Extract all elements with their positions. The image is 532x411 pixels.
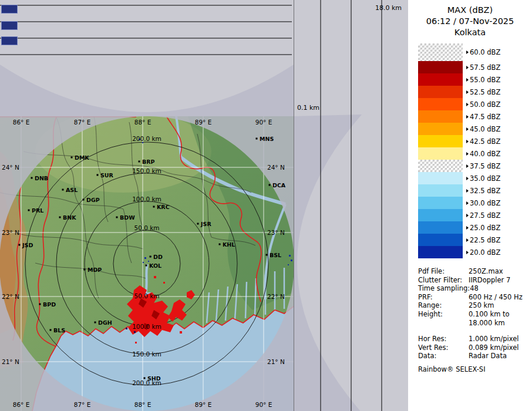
dbz-band-row: 47.5 dBZ (418, 110, 500, 123)
dbz-band-label: 30.0 dBZ (466, 199, 500, 207)
tick-arrow-icon (466, 164, 469, 168)
city-label: DGP (86, 197, 100, 203)
height-axis-max-label: 18.0 km (375, 4, 402, 12)
info-row: Vert Res:0.089 km/pixel (418, 343, 523, 352)
dbz-band-row: 27.5 dBZ (418, 209, 500, 221)
lon-label-bottom: 89° E (195, 401, 212, 408)
lat-label-left: 22° N (2, 293, 19, 300)
city-marker-dot (59, 217, 61, 218)
dbz-band-row: 40.0 dBZ (418, 147, 500, 160)
info-label: Height: (418, 310, 469, 319)
height-gridlines (321, 0, 382, 411)
tick-arrow-icon (466, 78, 469, 82)
dbz-band-row: 57.5 dBZ (418, 61, 500, 73)
dbz-band-row: 20.0 dBZ (418, 246, 500, 258)
dbz-band-swatch (418, 110, 463, 123)
lat-label-left: 21° N (2, 358, 19, 365)
dbz-band-row: 42.5 dBZ (418, 135, 500, 147)
info-value: 600 Hz / 450 Hz (469, 293, 523, 302)
city-label: PRL (32, 207, 43, 214)
info-label (418, 319, 469, 328)
lat-label-right: 23° N (267, 229, 285, 236)
lon-label-bottom: 87° E (74, 401, 91, 408)
tick-arrow-icon (466, 140, 469, 143)
dbz-band-swatch (418, 98, 463, 110)
tick-arrow-icon (466, 115, 469, 119)
range-ring-label: 200.0 km (132, 135, 161, 142)
info-value: 18.000 km (469, 319, 505, 328)
city-label: BRP (142, 159, 155, 165)
dbz-band-swatch (418, 160, 463, 172)
city-label: JSR (200, 221, 211, 227)
tick-arrow-icon (466, 226, 469, 230)
software-brand: Rainbow® SELEX-SI (418, 365, 486, 373)
dbz-band-row: 30.0 dBZ (418, 197, 500, 209)
height-axis-min-label: 0.1 km (297, 104, 319, 112)
dbz-band-row: 50.0 dBZ (418, 98, 500, 110)
info-value: 250 km (469, 301, 494, 310)
dbz-band-swatch (418, 61, 463, 73)
city-marker-dot (266, 254, 268, 256)
dbz-band-swatch (418, 234, 463, 246)
radar-map-canvas: 86° E87° E88° E89° E90° E 86° E87° E88° … (0, 116, 294, 411)
dbz-band-label: 45.0 dBZ (466, 125, 500, 133)
radar-map[interactable]: 86° E87° E88° E89° E90° E 86° E87° E88° … (0, 116, 294, 411)
info-value: 250Z.max (469, 267, 503, 276)
city-label: MDP (87, 267, 102, 273)
city-marker-dot (197, 223, 199, 225)
range-ring-label: 150.0 km (132, 167, 161, 174)
info-row: PRF:600 Hz / 450 Hz (418, 293, 523, 302)
city-label: DD (153, 254, 163, 260)
dbz-band-row: 45.0 dBZ (418, 123, 500, 135)
range-ring-label: 150.0 km (132, 351, 161, 358)
dbz-band-row: 60.0 dBZ (418, 43, 500, 61)
dbz-band-swatch (418, 135, 463, 147)
city-marker-dot (95, 322, 96, 324)
info-label: PRF: (418, 293, 469, 302)
dbz-band-swatch (418, 221, 463, 234)
tick-arrow-icon (466, 127, 469, 131)
rainbow-max-display: 18.0 km 0.1 km (0, 0, 532, 411)
dbz-band-label: 55.0 dBZ (466, 76, 500, 84)
info-row: Height:0.100 km to (418, 310, 523, 319)
legend-panel: MAX (dBZ) 06:12 / 07-Nov-2025 Kolkata 60… (408, 0, 532, 411)
tick-arrow-icon (466, 66, 469, 69)
range-ring-label: 100.0 km (132, 196, 161, 203)
lon-label-bottom: 86° E (13, 401, 30, 408)
lon-label-top: 90° E (255, 119, 272, 126)
range-ring-label: 100.0 km (132, 323, 161, 330)
dbz-band-label: 22.5 dBZ (466, 236, 500, 244)
tick-arrow-icon (466, 50, 469, 54)
info-row: 18.000 km (418, 319, 523, 328)
station-name: Kolkata (408, 27, 532, 38)
city-marker-dot (116, 217, 118, 218)
city-marker-dot (139, 161, 140, 163)
dbz-band-label: 27.5 dBZ (466, 211, 500, 220)
city-marker-dot (153, 206, 155, 208)
dbz-band-label: 60.0 dBZ (466, 48, 500, 56)
city-marker-dot (84, 269, 86, 271)
lon-label-bottom: 90° E (255, 401, 272, 408)
dbz-band-label: 35.0 dBZ (466, 174, 500, 183)
side-height-grid (294, 0, 409, 411)
city-label: BLS (53, 327, 65, 333)
city-marker-dot (146, 265, 147, 267)
tick-arrow-icon (466, 251, 469, 254)
city-marker-dot (50, 329, 52, 331)
city-marker-dot (28, 210, 30, 211)
info-label: Hor Res: (418, 335, 469, 343)
product-title: MAX (dBZ) (408, 5, 532, 16)
info-label: Range: (418, 301, 469, 310)
city-marker-dot (269, 184, 271, 186)
info-value: 0.089 km/pixel (469, 343, 519, 352)
height-gridlines (0, 5, 292, 55)
info-row: Clutter Filter:IIRDoppler 7 (418, 276, 523, 285)
info-row: Time sampling:48 (418, 284, 523, 293)
info-row: Pdf File:250Z.max (418, 267, 523, 276)
lat-label-right: 24° N (267, 164, 285, 171)
lat-label-right: 21° N (267, 358, 285, 365)
info-row: Data:Radar Data (418, 352, 523, 361)
dbz-band-label: 52.5 dBZ (466, 88, 500, 96)
city-label: KRC (157, 204, 170, 210)
top-height-grid (0, 0, 294, 116)
